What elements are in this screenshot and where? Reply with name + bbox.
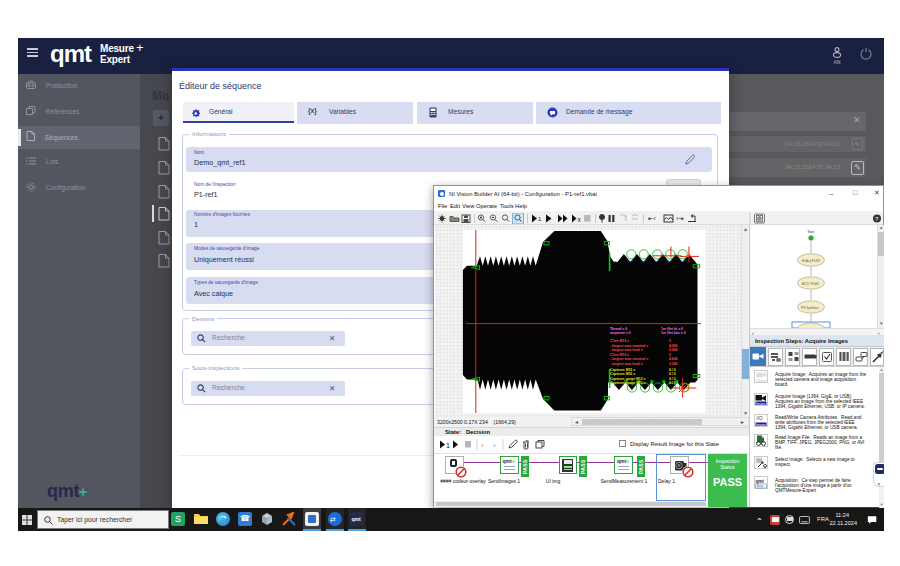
- svg-text:x: x: [578, 216, 582, 223]
- svg-text:PASS: PASS: [638, 459, 644, 474]
- svg-text:1: 1: [538, 216, 542, 222]
- svg-text:Capteurs gorge M16 =: Capteurs gorge M16 =: [610, 381, 646, 385]
- svg-text:1er filet bas = 0: 1er filet bas = 0: [661, 331, 686, 335]
- svg-text:I/O: I/O: [757, 416, 764, 421]
- svg-text:- largeur max nominal =: - largeur max nominal =: [610, 344, 648, 348]
- svg-text:PASS: PASS: [580, 459, 586, 474]
- svg-text:›⇥: ›⇥: [676, 215, 684, 222]
- svg-text:0 / 0: 0 / 0: [669, 372, 676, 376]
- svg-text:Hr Acq FILE2: Hr Acq FILE2: [802, 259, 820, 263]
- svg-text:‹: ‹: [481, 441, 484, 450]
- svg-text:Start: Start: [808, 230, 815, 234]
- svg-text:0: 0: [669, 353, 671, 357]
- svg-text:4.000: 4.000: [669, 344, 678, 348]
- svg-text:Acqu: Acqu: [757, 484, 764, 488]
- svg-text:›: ›: [493, 441, 496, 450]
- svg-text:3.200: 3.200: [669, 362, 678, 366]
- svg-text:Capteurs gorge M12 =: Capteurs gorge M12 =: [610, 377, 646, 381]
- svg-text:Capteurs M12 =: Capteurs M12 =: [610, 368, 635, 372]
- svg-text:Images: Images: [756, 423, 766, 427]
- svg-text:C'bre M16 =: C'bre M16 =: [610, 353, 629, 357]
- svg-text:0 / 0: 0 / 0: [669, 381, 676, 385]
- svg-text:0.000: 0.000: [669, 348, 678, 352]
- svg-text:Images: Images: [756, 402, 766, 406]
- svg-text:1er filet ht = 0: 1er filet ht = 0: [661, 327, 683, 331]
- svg-text:Classic: Classic: [756, 379, 768, 383]
- svg-text:PASS: PASS: [522, 459, 528, 474]
- svg-text:0 / 0: 0 / 0: [669, 377, 676, 381]
- svg-text:1: 1: [446, 442, 450, 449]
- svg-text:- largeur max fond =: - largeur max fond =: [610, 348, 643, 352]
- svg-text:qmt: qmt: [756, 479, 765, 484]
- svg-text:Capteurs M16 =: Capteurs M16 =: [610, 372, 635, 376]
- svg-text:P.E Synthèse: P.E Synthèse: [801, 306, 819, 310]
- svg-text:- largeur max fond =: - largeur max fond =: [610, 362, 643, 366]
- svg-text:0 / 0: 0 / 0: [669, 368, 676, 372]
- svg-text:- largeur max nominal =: - largeur max nominal =: [610, 357, 648, 361]
- svg-text:⇤‹: ⇤‹: [648, 215, 656, 222]
- svg-text:Thread = 0: Thread = 0: [610, 327, 627, 331]
- svg-text:moyenne = 0: moyenne = 0: [610, 331, 631, 335]
- svg-text:0: 0: [669, 339, 671, 343]
- svg-text:ACQ / FILE2: ACQ / FILE2: [802, 282, 819, 286]
- svg-text:4.000: 4.000: [669, 357, 678, 361]
- svg-text:C'bre M12 =: C'bre M12 =: [610, 339, 629, 343]
